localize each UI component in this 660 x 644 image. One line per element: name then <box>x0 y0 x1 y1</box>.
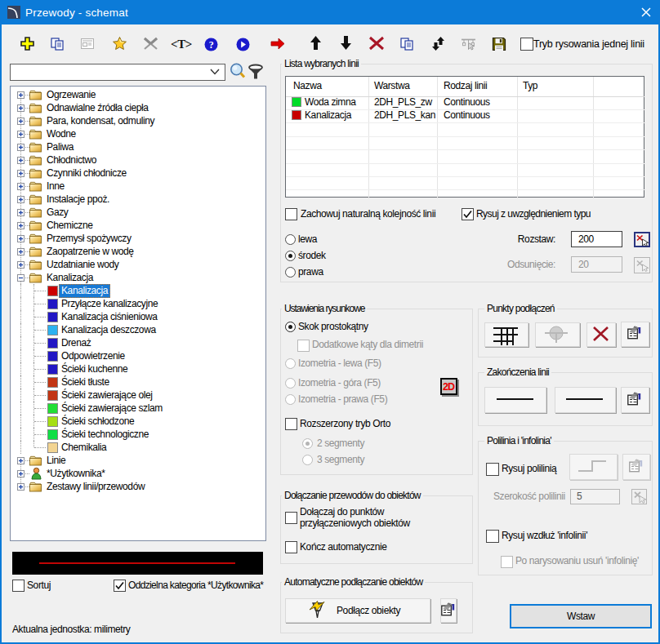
svg-text:<T>: <T> <box>171 38 192 51</box>
svg-text:?: ? <box>209 39 214 51</box>
